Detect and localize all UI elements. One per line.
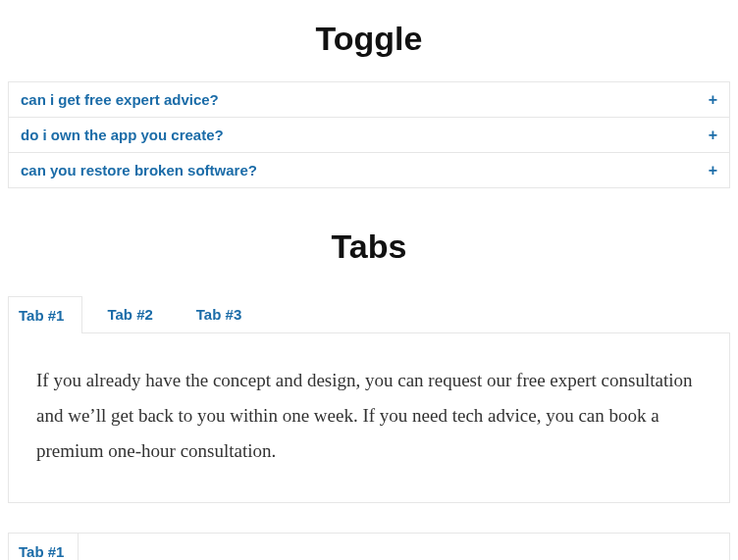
accordion: can i get free expert advice? + do i own… [8,81,730,188]
tabs-heading: Tabs [8,228,730,266]
accordion-item[interactable]: do i own the app you create? + [9,118,729,153]
tabbar-secondary: Tab #1 [8,533,730,560]
tab-panel: If you already have the concept and desi… [8,333,730,503]
accordion-label: can i get free expert advice? [21,91,219,108]
tabbar: Tab #1 Tab #2 Tab #3 [8,295,730,333]
tab-1[interactable]: Tab #1 [8,296,82,333]
tab-2[interactable]: Tab #2 [96,295,171,332]
plus-icon: + [709,163,717,178]
plus-icon: + [709,92,717,108]
accordion-label: can you restore broken software? [21,162,257,178]
tab-3[interactable]: Tab #3 [185,295,260,332]
accordion-item[interactable]: can i get free expert advice? + [9,82,729,118]
toggle-heading: Toggle [8,20,730,58]
tab-1[interactable]: Tab #1 [9,534,79,560]
accordion-item[interactable]: can you restore broken software? + [9,153,729,188]
plus-icon: + [709,127,717,143]
accordion-label: do i own the app you create? [21,127,224,143]
